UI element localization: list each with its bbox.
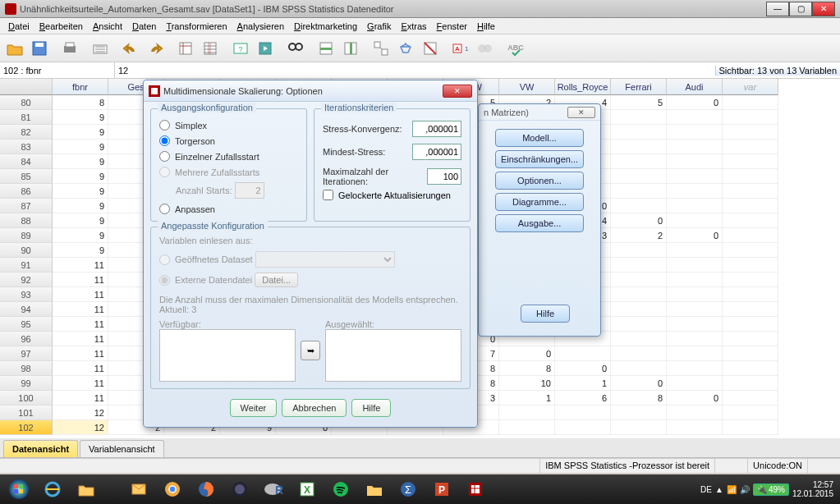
cell[interactable] [667, 317, 723, 332]
cell[interactable]: 1 [499, 391, 555, 405]
row-header[interactable]: 86 [0, 184, 53, 199]
cell[interactable] [723, 125, 778, 140]
tab-variable-view[interactable]: Variablenansicht [80, 440, 164, 457]
cell[interactable]: 2 [611, 228, 667, 243]
cell[interactable] [667, 125, 723, 140]
cell[interactable]: 9 [53, 228, 108, 243]
cell[interactable]: 0 [667, 391, 723, 405]
cell[interactable]: 9 [53, 184, 108, 199]
cell[interactable]: 0 [611, 213, 667, 228]
cell[interactable] [611, 332, 667, 346]
cell[interactable] [611, 420, 667, 435]
cell[interactable] [723, 199, 778, 213]
cell[interactable]: 9 [53, 169, 108, 184]
cell[interactable]: 11 [53, 273, 108, 287]
input-stress-konvergenz[interactable] [412, 121, 461, 137]
cell[interactable] [723, 391, 778, 405]
cell[interactable]: 0 [667, 228, 723, 243]
insert-var-icon[interactable] [339, 37, 362, 60]
cell[interactable]: 11 [53, 317, 108, 332]
column-header[interactable]: Rolls_Royce [555, 79, 611, 95]
cell[interactable]: 8 [53, 95, 108, 110]
cell[interactable] [611, 169, 667, 184]
row-header[interactable]: 96 [0, 332, 53, 346]
cell[interactable] [723, 287, 778, 302]
cell[interactable]: 6 [555, 391, 611, 405]
menu-analysieren[interactable]: Analysieren [232, 20, 289, 33]
cell[interactable] [611, 405, 667, 420]
cell[interactable] [667, 405, 723, 420]
spss-task-icon[interactable] [460, 477, 491, 502]
row-header[interactable]: 100 [0, 391, 53, 405]
cell[interactable] [723, 95, 778, 110]
cell[interactable]: 9 [53, 199, 108, 213]
radio-anpassen[interactable]: Anpassen [159, 201, 298, 217]
cell[interactable] [667, 140, 723, 154]
cell[interactable] [667, 243, 723, 258]
column-header[interactable]: VW [499, 79, 555, 95]
cell[interactable] [723, 228, 778, 243]
explorer-task-icon[interactable] [359, 477, 390, 502]
open-icon[interactable] [3, 37, 26, 60]
row-header[interactable]: 87 [0, 199, 53, 213]
row-header[interactable]: 101 [0, 405, 53, 420]
optionen-button[interactable]: Optionen... [495, 172, 584, 190]
input-max-iter[interactable] [427, 168, 461, 185]
cell[interactable]: 9 [53, 110, 108, 125]
cell[interactable] [611, 184, 667, 199]
column-header[interactable]: var [723, 79, 778, 95]
cell[interactable] [723, 110, 778, 125]
cell[interactable] [611, 125, 667, 140]
cell[interactable] [611, 199, 667, 213]
cell-value[interactable]: 12 [115, 66, 715, 76]
tray-battery[interactable]: 🔌 49% [753, 483, 789, 496]
tray-net-icon[interactable]: 📶 [727, 485, 737, 494]
row-header[interactable]: 94 [0, 302, 53, 317]
menu-fenster[interactable]: Fenster [432, 20, 472, 33]
cell[interactable]: 11 [53, 346, 108, 361]
cell[interactable]: 11 [53, 391, 108, 405]
cell[interactable]: 8 [611, 391, 667, 405]
cell[interactable] [723, 361, 778, 376]
redo-icon[interactable] [144, 37, 167, 60]
cell[interactable]: 0 [667, 95, 723, 110]
cell[interactable] [723, 420, 778, 435]
cell[interactable] [611, 243, 667, 258]
cell[interactable] [611, 273, 667, 287]
cell[interactable]: 12 [53, 420, 108, 435]
spellcheck-icon[interactable]: ABC [504, 37, 527, 60]
cell[interactable] [723, 140, 778, 154]
dlg2-close-button[interactable]: ✕ [567, 107, 595, 118]
input-mindest-stress[interactable] [412, 144, 461, 160]
split-icon[interactable] [370, 37, 392, 60]
cell[interactable] [667, 213, 723, 228]
weiter-button[interactable]: Weiter [230, 399, 278, 417]
find-icon[interactable] [284, 37, 307, 60]
cell[interactable] [555, 405, 611, 420]
tab-data-view[interactable]: Datenansicht [3, 440, 78, 457]
row-header[interactable]: 88 [0, 213, 53, 228]
cell[interactable] [723, 243, 778, 258]
minimize-button[interactable]: — [766, 2, 789, 16]
cell[interactable]: 10 [499, 376, 555, 391]
row-header[interactable]: 95 [0, 317, 53, 332]
cell[interactable] [667, 169, 723, 184]
column-header[interactable]: Audi [667, 79, 723, 95]
cell[interactable]: 0 [499, 346, 555, 361]
cell[interactable]: 5 [611, 95, 667, 110]
cell[interactable]: 11 [53, 332, 108, 346]
cell[interactable] [667, 332, 723, 346]
dlg-close-button[interactable]: ✕ [443, 85, 472, 98]
menu-bearbeiten[interactable]: Bearbeiten [34, 20, 88, 33]
cell[interactable] [723, 302, 778, 317]
cell[interactable] [667, 258, 723, 273]
row-header[interactable]: 99 [0, 376, 53, 391]
cell[interactable] [667, 346, 723, 361]
cell[interactable] [611, 140, 667, 154]
menu-direktmarketing[interactable]: Direktmarketing [289, 20, 362, 33]
cell[interactable] [667, 199, 723, 213]
hilfe-button[interactable]: Hilfe [351, 399, 391, 417]
radio-torgerson[interactable]: Torgerson [159, 133, 298, 149]
sigma-icon[interactable]: Σ [392, 477, 424, 502]
excel-icon[interactable]: X [291, 477, 323, 502]
